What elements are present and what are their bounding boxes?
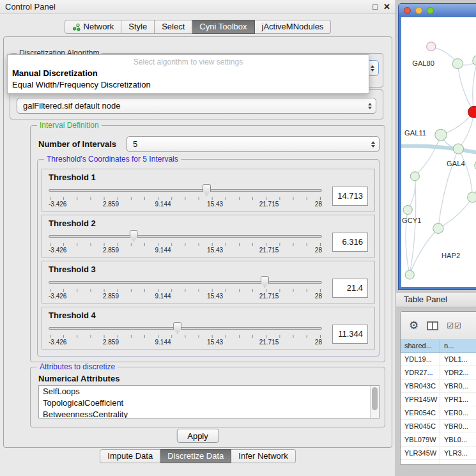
threshold-value-field[interactable]: 14.713 xyxy=(332,187,368,206)
table-data-combobox[interactable]: galFiltered.sif default node xyxy=(17,98,376,114)
group-title: Attributes to discretize xyxy=(37,362,118,372)
window-buttons: □ ✕ xyxy=(372,0,390,14)
apply-button[interactable]: Apply xyxy=(176,429,219,443)
tick-label: 15.43 xyxy=(207,293,223,300)
minimize-traffic-light-icon[interactable] xyxy=(415,7,422,14)
slider-thumb[interactable] xyxy=(130,230,138,242)
cyni-toolbox-panel: Discretization Algorithm Select algorith… xyxy=(3,36,392,448)
threshold-block-3: Threshold 3-3.4262.8599.14415.4321.71528… xyxy=(42,261,375,303)
slider-thumb[interactable] xyxy=(261,276,269,288)
tab-label: Select xyxy=(162,20,185,33)
column-header-1[interactable]: shared... xyxy=(401,340,440,352)
network-node[interactable] xyxy=(468,192,476,203)
network-node[interactable] xyxy=(473,56,476,66)
table-row[interactable]: YPR145WYPR1... xyxy=(401,393,476,406)
slider-thumb[interactable] xyxy=(203,184,211,196)
threshold-slider[interactable]: -3.4262.8599.14415.4321.71528 xyxy=(49,229,322,256)
threshold-value-field[interactable]: 6.316 xyxy=(332,233,368,252)
table-panel-header[interactable]: Table Panel xyxy=(396,292,476,307)
algorithm-option-equal-width-frequency-discretization[interactable]: Equal Width/Frequency Discretization xyxy=(8,79,369,91)
tick-label: 21.715 xyxy=(259,247,279,254)
network-node[interactable] xyxy=(403,206,412,215)
tab-label: Cyni Toolbox xyxy=(199,20,247,33)
threshold-value-field[interactable]: 21.4 xyxy=(332,279,368,298)
tab-jactivemnodules[interactable]: jActiveMNodules xyxy=(255,20,332,34)
select-columns-icon[interactable]: ☑☑ xyxy=(447,321,462,330)
close-traffic-light-icon[interactable] xyxy=(404,7,411,14)
network-edge-thick[interactable] xyxy=(401,146,476,155)
tab-select[interactable]: Select xyxy=(155,20,192,34)
network-node[interactable] xyxy=(410,172,419,181)
network-node[interactable] xyxy=(468,106,476,118)
network-node[interactable] xyxy=(427,42,436,51)
network-node[interactable] xyxy=(452,59,463,69)
number-of-intervals-combobox[interactable]: 5 xyxy=(127,136,380,152)
network-node[interactable] xyxy=(405,270,414,279)
table-row[interactable]: YIL052CYIL0... xyxy=(401,460,476,464)
table-row[interactable]: YDL19...YDL1... xyxy=(401,353,476,366)
slider-thumb[interactable] xyxy=(173,322,181,334)
tick-label: -3.426 xyxy=(49,247,66,254)
tab-discretize-data[interactable]: Discretize Data xyxy=(160,449,231,463)
network-edge[interactable] xyxy=(473,61,476,112)
threshold-slider[interactable]: -3.4262.8599.14415.4321.71528 xyxy=(49,321,322,348)
tab-network[interactable]: Network xyxy=(65,20,122,34)
columns-icon[interactable] xyxy=(427,321,438,330)
threshold-slider[interactable]: -3.4262.8599.14415.4321.71528 xyxy=(49,183,322,210)
table-row[interactable]: YLR345WYLR3... xyxy=(401,447,476,460)
network-edge[interactable] xyxy=(457,64,473,112)
slider-track xyxy=(49,189,322,192)
network-window-titlebar[interactable] xyxy=(399,4,476,17)
network-edge[interactable] xyxy=(415,135,441,176)
tick-label: -3.426 xyxy=(49,339,66,346)
network-edge[interactable] xyxy=(408,176,415,210)
threshold-row: -3.4262.8599.14415.4321.7152821.4 xyxy=(49,275,368,302)
gear-icon[interactable]: ⚙ xyxy=(409,320,418,331)
table-cell: YLR345W xyxy=(401,447,440,459)
tab-cyni-toolbox[interactable]: Cyni Toolbox xyxy=(192,20,254,34)
close-window-icon[interactable]: ✕ xyxy=(383,0,390,14)
tick-label: 2.859 xyxy=(103,293,119,300)
column-header-2[interactable]: n... xyxy=(440,340,476,352)
table-row[interactable]: YDR27...YDR2... xyxy=(401,366,476,380)
tab-infer-network[interactable]: Infer Network xyxy=(231,449,295,463)
attribute-list-item[interactable]: BetweennessCentrality xyxy=(39,409,379,418)
zoom-traffic-light-icon[interactable] xyxy=(427,7,434,14)
numerical-attributes-label: Numerical Attributes xyxy=(38,374,385,383)
network-node[interactable] xyxy=(435,129,447,141)
table-row[interactable]: YBR045CYBR0... xyxy=(401,420,476,433)
table-cell: YPR1... xyxy=(440,393,476,406)
attributes-to-discretize-group: Attributes to discretize Numerical Attri… xyxy=(30,367,385,427)
network-node[interactable] xyxy=(433,223,443,233)
threshold-block-1: Threshold 1-3.4262.8599.14415.4321.71528… xyxy=(42,169,375,211)
tick-label: 28 xyxy=(315,293,322,300)
attribute-list-item[interactable]: SelfLoops xyxy=(39,386,379,397)
attribute-list-item[interactable]: TopologicalCoefficient xyxy=(39,397,379,409)
list-scrollbar[interactable] xyxy=(370,386,379,418)
network-edge[interactable] xyxy=(410,228,438,275)
network-edge[interactable] xyxy=(458,149,472,197)
network-node[interactable] xyxy=(453,144,463,154)
slider-ticks xyxy=(50,197,321,200)
control-panel-titlebar[interactable]: Control Panel □ ✕ xyxy=(0,0,395,14)
network-canvas[interactable]: GAL80GAL11GAL4GCY1HAP2 xyxy=(401,17,476,287)
tab-style[interactable]: Style xyxy=(121,20,155,34)
combo-stepper-icon xyxy=(371,61,374,75)
tab-impute-data[interactable]: Impute Data xyxy=(100,449,160,463)
number-of-intervals-label: Number of Intervals xyxy=(38,139,116,149)
algorithm-option-manual-discretization[interactable]: Manual Discretization xyxy=(8,68,369,79)
network-edge[interactable] xyxy=(438,197,473,229)
float-window-icon[interactable]: □ xyxy=(372,0,378,14)
scrollbar-thumb[interactable] xyxy=(372,387,378,410)
slider-tick-labels: -3.4262.8599.14415.4321.71528 xyxy=(49,201,322,208)
table-cell: YBR0... xyxy=(440,420,476,433)
threshold-value-field[interactable]: 11.344 xyxy=(332,325,368,344)
threshold-slider[interactable]: -3.4262.8599.14415.4321.71528 xyxy=(49,275,322,302)
tick-label: 28 xyxy=(315,247,322,254)
tick-label: 28 xyxy=(315,339,322,346)
table-panel-window: ⚙ ☑☑ shared...n... YDL19...YDL1...YDR27.… xyxy=(400,311,476,464)
table-row[interactable]: YBR043CYBR0... xyxy=(401,380,476,393)
table-row[interactable]: YBL079WYBL0... xyxy=(401,433,476,447)
table-row[interactable]: YER054CYER0... xyxy=(401,406,476,420)
threshold-label: Threshold 1 xyxy=(49,173,368,182)
